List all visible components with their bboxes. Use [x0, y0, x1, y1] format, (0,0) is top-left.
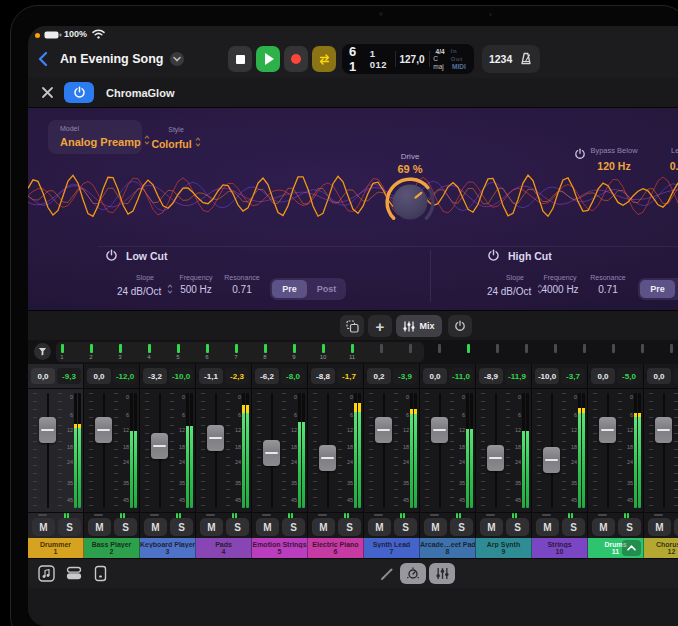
stack-collapse-button[interactable]: [622, 540, 641, 556]
title-dropdown-button[interactable]: [170, 52, 184, 66]
drive-knob[interactable]: [382, 174, 438, 230]
metronome-icon[interactable]: [519, 52, 533, 66]
fader-cap[interactable]: [431, 417, 448, 443]
duplicate-button[interactable]: [340, 315, 364, 337]
mute-button[interactable]: M: [32, 518, 55, 536]
track-name-label[interactable]: Chorus V 12: [644, 538, 678, 558]
mute-button[interactable]: M: [480, 518, 503, 536]
high-cut-resonance-value[interactable]: 0.71: [573, 284, 643, 295]
loops-browser-button[interactable]: [38, 565, 55, 585]
solo-button[interactable]: S: [170, 518, 193, 536]
mute-button[interactable]: M: [424, 518, 447, 536]
fader-cap[interactable]: [263, 440, 280, 466]
close-icon[interactable]: [41, 86, 54, 99]
channel-volume-value[interactable]: 0,0: [87, 368, 111, 384]
channel-volume-value[interactable]: -6,2: [255, 368, 279, 384]
cycle-button[interactable]: [312, 46, 336, 72]
style-select[interactable]: Style Colorful: [140, 120, 212, 154]
channel-volume-value[interactable]: 0,0: [647, 368, 671, 384]
solo-button[interactable]: S: [562, 518, 585, 536]
mute-button[interactable]: M: [200, 518, 223, 536]
track-name-label[interactable]: Drums 11: [588, 538, 644, 558]
track-name-label[interactable]: Emotion Strings 5: [252, 538, 308, 558]
channel-volume-value[interactable]: 0,0: [31, 368, 55, 384]
controls-view-button[interactable]: [400, 563, 426, 584]
song-title[interactable]: An Evening Song: [60, 52, 163, 66]
solo-button[interactable]: S: [450, 518, 473, 536]
browsers-button[interactable]: [66, 565, 82, 584]
channel-volume-value[interactable]: -1,1: [199, 368, 223, 384]
channel-volume-value[interactable]: -10,0: [535, 368, 559, 384]
mute-button[interactable]: M: [536, 518, 559, 536]
channel-volume-value[interactable]: -8,9: [479, 368, 503, 384]
record-button[interactable]: [284, 46, 308, 72]
channel-volume-value[interactable]: -8,8: [311, 368, 335, 384]
channel-volume-value[interactable]: 0,0: [591, 368, 615, 384]
solo-button[interactable]: S: [114, 518, 137, 536]
solo-button[interactable]: S: [226, 518, 249, 536]
fader-cap[interactable]: [655, 417, 672, 443]
fader-cap[interactable]: [375, 417, 392, 443]
fader-cap[interactable]: [599, 417, 616, 443]
fader-cap[interactable]: [543, 447, 560, 473]
fader-cap[interactable]: [95, 417, 112, 443]
lcd-display[interactable]: 6 1 1 012 127,0 4/4 C maj In Out MIDI: [342, 44, 474, 74]
channel-volume-value[interactable]: 0,2: [367, 368, 391, 384]
fader-cap[interactable]: [487, 445, 504, 471]
filter-button[interactable]: [34, 343, 51, 360]
pencil-icon[interactable]: [380, 567, 394, 581]
channel-volume-value[interactable]: 0,0: [423, 368, 447, 384]
solo-button[interactable]: S: [394, 518, 417, 536]
mute-button[interactable]: M: [88, 518, 111, 536]
back-chevron-icon[interactable]: [38, 51, 48, 67]
plugin-power-button[interactable]: [64, 82, 94, 103]
channel-volume-value[interactable]: -3,2: [143, 368, 167, 384]
mute-button[interactable]: M: [312, 518, 335, 536]
model-select[interactable]: Model Analog Preamp: [48, 120, 142, 154]
solo-button[interactable]: S: [506, 518, 529, 536]
track-name-label[interactable]: Arp Synth 9: [476, 538, 532, 558]
mute-button[interactable]: M: [648, 518, 671, 536]
level-value[interactable]: 0.0: [658, 160, 678, 172]
add-track-button[interactable]: +: [368, 315, 392, 337]
low-cut-pre-button[interactable]: Pre: [272, 280, 307, 298]
fader-ruler: [89, 393, 93, 508]
solo-button[interactable]: S: [282, 518, 305, 536]
cycle-icon: [317, 53, 332, 66]
track-name-label[interactable]: Pads 4: [196, 538, 252, 558]
track-name-label[interactable]: Bass Player 2: [84, 538, 140, 558]
play-surfaces-button[interactable]: [94, 565, 107, 585]
low-cut-post-button[interactable]: Post: [309, 280, 344, 298]
mixer-power-button[interactable]: [448, 315, 472, 337]
mute-button[interactable]: M: [592, 518, 615, 536]
high-cut-power-icon[interactable]: [487, 249, 500, 262]
solo-button[interactable]: S: [58, 518, 81, 536]
solo-button[interactable]: S: [674, 518, 678, 536]
bypass-below-value[interactable]: 120 Hz: [580, 160, 648, 172]
play-button[interactable]: [256, 46, 280, 72]
key-signature: C maj: [433, 55, 447, 70]
track-name-label[interactable]: Strings 10: [532, 538, 588, 558]
track-name-label[interactable]: Drummer 1: [28, 538, 84, 558]
track-name-label[interactable]: Keyboard Player 3: [140, 538, 196, 558]
low-cut-resonance-value[interactable]: 0.71: [207, 284, 277, 295]
mixer-faders-view-button[interactable]: [429, 563, 455, 584]
mixer-overview-strip[interactable]: 1234567891011: [28, 340, 678, 364]
solo-button[interactable]: S: [338, 518, 361, 536]
mute-button[interactable]: M: [368, 518, 391, 536]
low-cut-power-icon[interactable]: [105, 249, 118, 262]
fader-cap[interactable]: [207, 425, 224, 451]
solo-button[interactable]: S: [618, 518, 641, 536]
track-name-label[interactable]: Electric Piano 6: [308, 538, 364, 558]
fader-cap[interactable]: [151, 433, 168, 459]
fader-cap[interactable]: [319, 445, 336, 471]
fader-cap[interactable]: [39, 417, 56, 443]
track-name-label[interactable]: Arcade…eet Pad 8: [420, 538, 476, 558]
high-cut-pre-button[interactable]: Pre: [640, 280, 675, 298]
mute-button[interactable]: M: [144, 518, 167, 536]
count-in-button[interactable]: 1234: [489, 53, 512, 65]
stop-button[interactable]: [228, 46, 252, 72]
mix-view-button[interactable]: Mix: [396, 315, 442, 337]
track-name-label[interactable]: Synth Lead 7: [364, 538, 420, 558]
mute-button[interactable]: M: [256, 518, 279, 536]
